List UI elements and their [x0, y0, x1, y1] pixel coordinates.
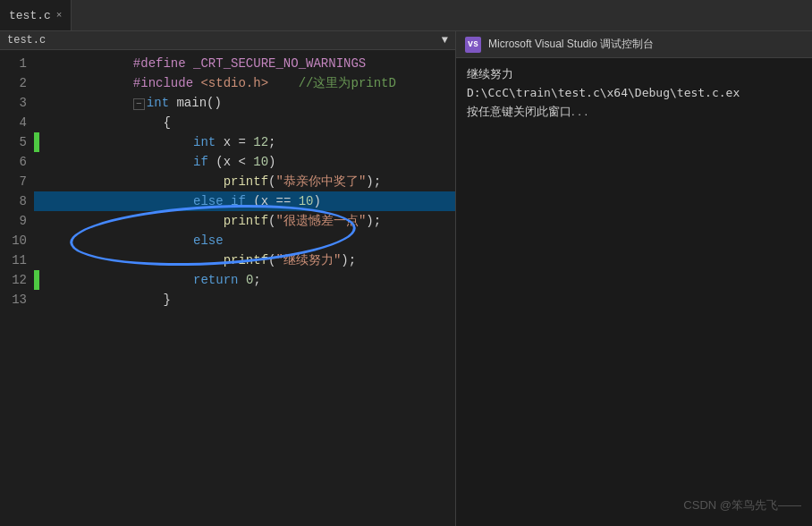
console-line-1: 继续努力 [467, 65, 801, 84]
console-title-text: Microsoft Visual Studio 调试控制台 [488, 37, 654, 52]
code-area: 1 2 3 4 5 6 7 8 9 10 11 12 13 [0, 50, 455, 526]
console-line-2: D:\CcC\train\test.c\x64\Debug\test.c.ex [467, 84, 801, 103]
code-line-13: } [34, 290, 455, 310]
watermark: CSDN @笨鸟先飞—— [683, 496, 801, 515]
tab-label: test.c [9, 9, 51, 22]
tab-close-button[interactable]: × [56, 10, 63, 21]
main-area: test.c ▼ 1 2 3 4 5 6 7 8 9 10 11 12 13 [0, 31, 812, 526]
file-path-label: test.c [7, 34, 46, 47]
code-content: #define _CRT_SECURE_NO_WARNINGS #include… [34, 50, 455, 526]
code-text-13: } [39, 270, 455, 329]
vs-logo-icon: vs [465, 37, 481, 53]
dropdown-arrow: ▼ [442, 34, 448, 47]
console-content: 继续努力 D:\CcC\train\test.c\x64\Debug\test.… [456, 58, 812, 526]
line-numbers: 1 2 3 4 5 6 7 8 9 10 11 12 13 [0, 50, 34, 526]
console-line-3: 按任意键关闭此窗口. . . [467, 103, 801, 122]
file-tab[interactable]: test.c × [0, 0, 72, 30]
editor-panel: test.c ▼ 1 2 3 4 5 6 7 8 9 10 11 12 13 [0, 31, 456, 526]
console-panel: vs Microsoft Visual Studio 调试控制台 继续努力 D:… [456, 31, 812, 526]
console-title-bar: vs Microsoft Visual Studio 调试控制台 [456, 31, 812, 58]
file-path-bar: test.c ▼ [0, 31, 455, 50]
tab-bar: test.c × [0, 0, 812, 31]
